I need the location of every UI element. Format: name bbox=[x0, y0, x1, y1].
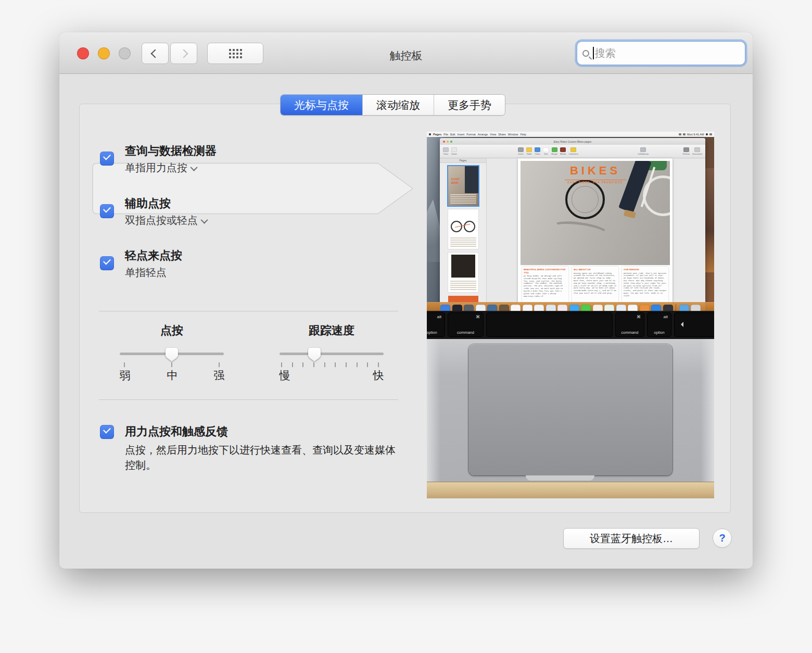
page-thumbnail-3 bbox=[448, 253, 478, 292]
menu-item[interactable]: Share bbox=[498, 133, 506, 136]
menu-item[interactable]: File bbox=[443, 133, 448, 136]
text-caret bbox=[593, 47, 594, 59]
menu-item[interactable]: View bbox=[490, 133, 496, 136]
tap-to-click-checkbox[interactable] bbox=[100, 256, 114, 270]
collaborate-icon bbox=[640, 147, 646, 152]
toolbar-group-collab: Collaborate bbox=[638, 147, 649, 155]
lookup-title: 查询与数据检测器 bbox=[125, 143, 217, 159]
toolbar-button-comment[interactable]: Comment bbox=[569, 147, 578, 155]
chevron-down-icon bbox=[201, 216, 208, 223]
gesture-demo-video: Pages FileEditInsertFormatArrangeViewSha… bbox=[427, 132, 714, 498]
command-key-left: ⌘ command bbox=[448, 312, 484, 337]
demo-sidebar-label: Pages bbox=[440, 158, 486, 163]
toolbar-button-collaborate[interactable]: Collaborate bbox=[638, 147, 649, 155]
toolbar-button-chart[interactable]: Chart bbox=[535, 147, 540, 155]
battery-icon bbox=[683, 133, 686, 135]
menu-item[interactable]: Format bbox=[466, 133, 475, 136]
click-slider-thumb[interactable] bbox=[166, 348, 178, 361]
doc-columns: BEAUTIFUL BIKES CUSTOMIZED FOR YOU.At Ea… bbox=[522, 267, 668, 303]
demo-doc-subheading: EASY RIDES, SAN FRANCISCO bbox=[521, 181, 670, 184]
wifi-icon bbox=[679, 133, 681, 135]
tracking-slider-track[interactable] bbox=[280, 353, 384, 355]
demo-keyboard-row: alt option ⌘ command ⌘ command alt optio… bbox=[427, 311, 714, 339]
menu-item[interactable]: Window bbox=[508, 133, 518, 136]
comment-icon bbox=[570, 147, 576, 152]
toolbar-label: Chart bbox=[535, 153, 540, 155]
search-input[interactable] bbox=[595, 47, 740, 59]
lookup-dropdown[interactable]: 单指用力点按 bbox=[125, 161, 197, 175]
doc-column-body: Rethink your ride. That's our mission st… bbox=[624, 272, 667, 297]
apple-logo-icon bbox=[429, 133, 431, 135]
tap-to-click-subtitle: 单指轻点 bbox=[125, 266, 167, 280]
setup-bluetooth-trackpad-button[interactable]: 设置蓝牙触控板… bbox=[563, 528, 700, 549]
format-icon bbox=[683, 147, 689, 152]
divider bbox=[99, 399, 398, 400]
toolbar-label: Insert bbox=[518, 153, 523, 155]
chevron-down-icon bbox=[191, 164, 198, 171]
toolbar-label: Media bbox=[560, 153, 566, 155]
menu-item[interactable]: Help bbox=[520, 133, 526, 136]
tracking-slider-thumb[interactable] bbox=[308, 348, 321, 361]
toolbar-label: Format bbox=[683, 153, 690, 155]
demo-doc-rule bbox=[565, 180, 626, 180]
notification-center-icon bbox=[709, 133, 712, 135]
toolbar-group-mid: InsertTableChartTextShapeMediaComment bbox=[518, 147, 578, 155]
demo-laptop-chassis bbox=[427, 339, 714, 482]
secondary-click-dropdown[interactable]: 双指点按或轻点 bbox=[125, 214, 208, 228]
menu-item[interactable]: Insert bbox=[458, 133, 465, 136]
click-slider-ticks bbox=[124, 362, 220, 367]
rider-shoe bbox=[624, 210, 636, 219]
toolbar-button-format[interactable]: Format bbox=[683, 147, 690, 155]
help-button[interactable]: ? bbox=[713, 529, 732, 548]
doc-column-heading: BEAUTIFUL BIKES CUSTOMIZED FOR YOU. bbox=[524, 268, 567, 274]
page-thumbnail-2 bbox=[448, 209, 478, 249]
demo-desktop: Easy Rides Custom Bikes.pages ViewZoom I… bbox=[427, 137, 714, 311]
doc-column-heading: OUR MISSION bbox=[624, 268, 667, 271]
demo-doc-heading: BIKES bbox=[521, 164, 670, 178]
doc-column-heading: ALL ABOUT US bbox=[574, 268, 617, 271]
media-icon bbox=[560, 147, 566, 152]
siri-icon bbox=[706, 133, 708, 136]
zoom-icon bbox=[451, 147, 457, 152]
search-field[interactable] bbox=[577, 41, 745, 65]
toolbar-label: Table bbox=[526, 153, 531, 155]
toolbar-button-media[interactable]: Media bbox=[560, 147, 566, 155]
doc-column: ALL ABOUT USHaving spent our childhood r… bbox=[572, 267, 618, 303]
doc-column: BEAUTIFUL BIKES CUSTOMIZED FOR YOU.At Ea… bbox=[522, 267, 568, 303]
shape-icon bbox=[552, 147, 557, 152]
menu-item[interactable]: Arrange bbox=[478, 133, 488, 136]
tab-scroll-and-zoom[interactable]: 滚动缩放 bbox=[362, 95, 434, 115]
demo-pages-sidebar: Pages CUST BIKE bbox=[440, 158, 487, 311]
toolbar-button-shape[interactable]: Shape bbox=[551, 147, 557, 155]
force-click-title: 用力点按和触感反馈 bbox=[125, 424, 228, 439]
menu-item[interactable]: Edit bbox=[450, 133, 455, 136]
toolbar-button-table[interactable]: Table bbox=[526, 147, 532, 155]
toolbar-button-zoom[interactable]: Zoom bbox=[451, 147, 457, 155]
doc-column-body: At Easy Rides, we design and sell custom… bbox=[524, 275, 567, 297]
toolbar-button-insert[interactable]: Insert bbox=[518, 147, 524, 155]
secondary-click-checkbox[interactable] bbox=[100, 204, 114, 218]
tab-more-gestures[interactable]: 更多手势 bbox=[434, 95, 505, 115]
force-click-description: 点按，然后用力地按下以进行快速查看、查询以及变速媒体控制。 bbox=[125, 443, 399, 473]
click-slider-label: 点按 bbox=[160, 323, 183, 338]
table-icon bbox=[526, 147, 532, 152]
force-click-checkbox[interactable] bbox=[100, 425, 114, 439]
secondary-click-subtitle: 双指点按或轻点 bbox=[125, 214, 198, 228]
demo-app-name: Pages bbox=[433, 133, 441, 136]
view-icon bbox=[443, 147, 449, 152]
click-tick-firm: 强 bbox=[214, 368, 225, 383]
demo-lid-notch bbox=[526, 475, 594, 481]
toolbar-button-view[interactable]: View bbox=[443, 147, 449, 155]
bike-photo: BIKES EASY RIDES, SAN FRANCISCO bbox=[521, 161, 670, 265]
toolbar-label: Shape bbox=[551, 153, 557, 155]
tab-point-and-click[interactable]: 光标与点按 bbox=[281, 95, 362, 115]
option-key-left: alt option bbox=[427, 312, 445, 337]
demo-menu-bar: Pages FileEditInsertFormatArrangeViewSha… bbox=[427, 132, 714, 137]
left-arrow-icon bbox=[678, 322, 683, 327]
lookup-subtitle: 单指用力点按 bbox=[125, 161, 187, 175]
demo-document-page: BIKES EASY RIDES, SAN FRANCISCO BEAUTIFU… bbox=[518, 158, 673, 306]
toolbar-button-text[interactable]: Text bbox=[543, 147, 549, 155]
tap-to-click-title: 轻点来点按 bbox=[125, 248, 182, 263]
toolbar-button-document[interactable]: Document bbox=[692, 147, 702, 155]
lookup-checkbox[interactable] bbox=[100, 152, 114, 166]
